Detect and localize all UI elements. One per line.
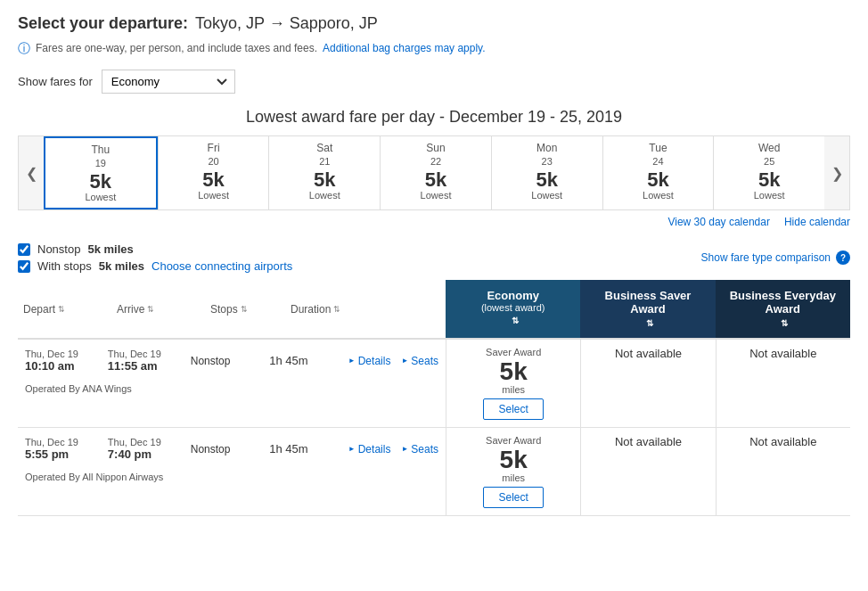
calendar-day-2[interactable]: Sat 21 5k Lowest <box>268 136 380 209</box>
flight-main-row-1: Thu, Dec 19 5:55 pm Thu, Dec 19 7:40 pm … <box>18 428 446 470</box>
calendar-prev-button[interactable]: ❮ <box>19 136 44 209</box>
stops-col-header[interactable]: Stops ⇅ <box>205 280 285 338</box>
seats-triangle-1: ► <box>401 445 408 453</box>
calendar-day-1[interactable]: Fri 20 5k Lowest <box>158 136 269 209</box>
flight-row-body-0: Thu, Dec 19 10:10 am Thu, Dec 19 11:55 a… <box>18 340 850 427</box>
arrive-cell-0: Thu, Dec 19 11:55 am <box>101 345 184 376</box>
economy-fare-cell-1: Saver Award 5k miles Select <box>446 428 580 515</box>
fare-notice: ⓘ Fares are one-way, per person, and inc… <box>18 42 850 57</box>
depart-cell-0: Thu, Dec 19 10:10 am <box>18 345 101 376</box>
select-button-1[interactable]: Select <box>483 487 543 508</box>
economy-header-line1: Economy <box>453 289 573 302</box>
flight-main-row-0: Thu, Dec 19 10:10 am Thu, Dec 19 11:55 a… <box>18 340 446 382</box>
nonstop-checkbox[interactable] <box>18 243 30 256</box>
details-triangle-0: ► <box>348 357 356 365</box>
fare-notice-text: Fares are one-way, per person, and inclu… <box>36 42 317 54</box>
links-cell-0: ► Details ► Seats <box>341 351 446 371</box>
depart-col-header[interactable]: Depart ⇅ <box>18 280 111 338</box>
biz-saver-fare-cell-0: Not available <box>580 340 715 427</box>
calendar-links: View 30 day calendar Hide calendar <box>18 216 850 228</box>
biz-saver-sort-icon: ⇅ <box>646 318 653 328</box>
fare-section-1: Saver Award 5k miles Select Not availabl… <box>446 428 850 515</box>
show-fares-row: Show fares for Economy Business First <box>18 70 850 94</box>
calendar-grid: ❮ Thu 19 5k Lowest Fri 20 5k Lowest Sat … <box>18 135 850 210</box>
calendar-day-3[interactable]: Sun 22 5k Lowest <box>380 136 491 209</box>
calendar-title: Lowest award fare per day - December 19 … <box>18 108 850 127</box>
stops-cell-1: Nonstop <box>184 439 263 459</box>
fare-class-dropdown[interactable]: Economy Business First <box>102 70 235 94</box>
duration-col-header[interactable]: Duration ⇅ <box>285 280 365 338</box>
links-cell-1: ► Details ► Seats <box>341 439 446 459</box>
biz-saver-header-text: Business Saver Award <box>587 289 708 316</box>
with-stops-filter: With stops 5k miles Choose connecting ai… <box>18 259 292 273</box>
calendar-next-button[interactable]: ❯ <box>824 136 849 209</box>
calendar-day-5[interactable]: Tue 24 5k Lowest <box>602 136 714 209</box>
arrive-sort-icon: ⇅ <box>147 305 154 314</box>
operated-by-1: Operated By All Nippon Airways <box>18 470 446 489</box>
calendar-day-6[interactable]: Wed 25 5k Lowest <box>713 136 824 209</box>
select-button-0[interactable]: Select <box>483 398 543 420</box>
info-icon: ⓘ <box>18 41 30 57</box>
biz-everyday-col-header[interactable]: Business Everyday Award ⇅ <box>716 280 850 338</box>
economy-fare-cell-0: Saver Award 5k miles Select <box>446 340 580 427</box>
stops-sort-icon: ⇅ <box>241 305 248 314</box>
fare-type-comparison-link[interactable]: Show fare type comparison <box>701 251 831 264</box>
view-30-day-link[interactable]: View 30 day calendar <box>667 216 770 228</box>
filter-left: Nonstop 5k miles With stops 5k miles Cho… <box>18 242 292 273</box>
stops-cell-0: Nonstop <box>184 350 263 371</box>
nonstop-label: Nonstop <box>37 242 80 256</box>
biz-everyday-sort-icon: ⇅ <box>781 318 788 328</box>
show-fares-label: Show fares for <box>18 75 93 88</box>
details-triangle-1: ► <box>348 445 356 453</box>
biz-saver-fare-cell-1: Not available <box>580 428 715 515</box>
arrive-cell-1: Thu, Dec 19 7:40 pm <box>101 433 184 464</box>
filter-row: Nonstop 5k miles With stops 5k miles Cho… <box>18 242 850 273</box>
nonstop-miles: 5k miles <box>87 242 133 256</box>
page-title-label: Select your departure: <box>18 14 188 33</box>
details-link-1[interactable]: ► Details <box>348 443 391 456</box>
calendar-day-4[interactable]: Mon 23 5k Lowest <box>491 136 602 209</box>
economy-sort-icon: ⇅ <box>512 316 519 325</box>
biz-everyday-fare-cell-0: Not available <box>716 340 850 427</box>
duration-cell-1: 1h 45m <box>262 439 341 459</box>
bag-charges-link[interactable]: Additional bag charges may apply. <box>323 42 486 54</box>
with-stops-label: With stops <box>37 259 92 273</box>
calendar-days: Thu 19 5k Lowest Fri 20 5k Lowest Sat 21… <box>44 136 824 209</box>
seats-link-0[interactable]: ► Seats <box>401 355 438 367</box>
flight-row-1: Thu, Dec 19 5:55 pm Thu, Dec 19 7:40 pm … <box>18 428 850 516</box>
economy-col-header[interactable]: Economy (lowest award) ⇅ <box>446 280 580 338</box>
economy-header-line2: (lowest award) <box>453 302 573 313</box>
seats-link-1[interactable]: ► Seats <box>401 443 438 456</box>
flight-info-0: Thu, Dec 19 10:10 am Thu, Dec 19 11:55 a… <box>18 340 446 427</box>
duration-sort-icon: ⇅ <box>333 305 340 314</box>
column-headers: Depart ⇅ Arrive ⇅ Stops ⇅ Duration ⇅ <box>18 280 850 340</box>
biz-everyday-fare-cell-1: Not available <box>716 428 850 515</box>
operated-by-0: Operated By ANA Wings <box>18 382 446 401</box>
flight-rows: Thu, Dec 19 10:10 am Thu, Dec 19 11:55 a… <box>18 340 850 516</box>
arrive-col-header[interactable]: Arrive ⇅ <box>111 280 205 338</box>
duration-cell-0: 1h 45m <box>262 350 341 371</box>
fare-section-0: Saver Award 5k miles Select Not availabl… <box>446 340 850 427</box>
seats-triangle-0: ► <box>401 357 408 365</box>
choose-connecting-link[interactable]: Choose connecting airports <box>151 259 292 273</box>
results-table: Depart ⇅ Arrive ⇅ Stops ⇅ Duration ⇅ <box>18 280 850 516</box>
calendar-day-0[interactable]: Thu 19 5k Lowest <box>44 136 158 209</box>
fare-headers: Economy (lowest award) ⇅ Business Saver … <box>446 280 850 338</box>
route-text: Tokyo, JP → Sapporo, JP <box>195 14 378 33</box>
nonstop-filter: Nonstop 5k miles <box>18 242 292 256</box>
details-link-0[interactable]: ► Details <box>348 355 391 367</box>
calendar-section: Lowest award fare per day - December 19 … <box>18 108 850 228</box>
depart-sort-icon: ⇅ <box>58 305 65 314</box>
biz-saver-col-header[interactable]: Business Saver Award ⇅ <box>580 280 715 338</box>
flight-row-body-1: Thu, Dec 19 5:55 pm Thu, Dec 19 7:40 pm … <box>18 428 850 515</box>
with-stops-miles: 5k miles <box>99 259 144 273</box>
biz-everyday-header-text: Business Everyday Award <box>723 289 843 316</box>
flight-row-0: Thu, Dec 19 10:10 am Thu, Dec 19 11:55 a… <box>18 340 850 428</box>
flight-headers: Depart ⇅ Arrive ⇅ Stops ⇅ Duration ⇅ <box>18 280 446 338</box>
flight-info-1: Thu, Dec 19 5:55 pm Thu, Dec 19 7:40 pm … <box>18 428 446 515</box>
help-icon[interactable]: ? <box>836 250 850 265</box>
with-stops-checkbox[interactable] <box>18 260 30 273</box>
depart-cell-1: Thu, Dec 19 5:55 pm <box>18 433 101 464</box>
hide-calendar-link[interactable]: Hide calendar <box>784 216 850 228</box>
